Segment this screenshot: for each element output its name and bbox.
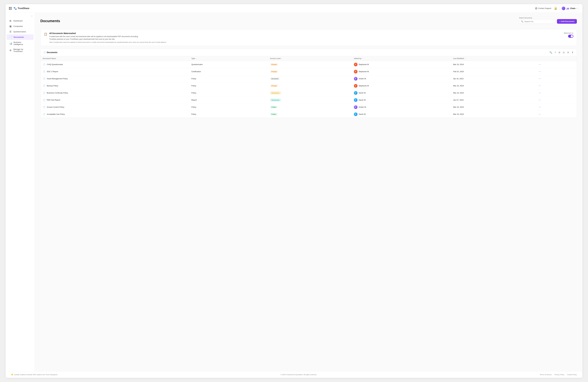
- doc-access-cell: Enterprise: [268, 89, 352, 96]
- watermark-left: 📋 All Documents Watermarked A watermark …: [44, 32, 166, 43]
- row-more-button[interactable]: ···: [538, 63, 542, 66]
- row-more-button[interactable]: ···: [538, 98, 542, 102]
- list-view-icon[interactable]: ≡: [554, 51, 557, 54]
- contact-support-label: Contact Support: [538, 7, 551, 9]
- doc-name: Asset Management Policy: [47, 78, 68, 80]
- chain-label: Chain: [570, 7, 575, 9]
- user-avatar: A: [354, 77, 357, 81]
- doc-added-cell: A Amber M.: [352, 75, 451, 82]
- doc-file-icon: 📄: [43, 77, 45, 80]
- bi-icon: 📊: [9, 42, 12, 45]
- add-document-button[interactable]: + Add Document: [557, 19, 577, 24]
- footer-crafted-text: Joyfully crafted to elevate GRC leaders …: [14, 374, 58, 376]
- doc-name-cell: 📄 SOC 2 Report: [41, 68, 189, 75]
- footer-left: 💛 Joyfully crafted to elevate GRC leader…: [11, 374, 58, 376]
- contact-support-button[interactable]: 🎧 Contact Support: [535, 7, 551, 9]
- table-row: 📄 Access Control Policy Policy Public A …: [41, 104, 577, 111]
- doc-name-cell: 📄 PEN Test Report: [41, 96, 189, 104]
- doc-name: CAIQ Questionnaire: [47, 63, 63, 66]
- sort-type-icon[interactable]: ↕: [196, 58, 197, 59]
- grid-view-icon[interactable]: ⊞: [558, 51, 561, 54]
- search-label: Search Documents: [519, 17, 555, 19]
- doc-file-icon: 📄: [43, 85, 45, 87]
- doc-access-cell: Public: [268, 104, 352, 111]
- sidebar-item-documents[interactable]: 📄 Documents: [7, 34, 34, 40]
- dashboard-icon: ⊞: [9, 20, 12, 22]
- questionnaires-icon: ☰: [9, 30, 12, 33]
- sort-access-icon[interactable]: ↕: [282, 58, 282, 59]
- doc-access-cell: Public: [268, 111, 352, 118]
- header: 🐾 TrustShare 🎧 Contact Support 🔔: [6, 4, 582, 13]
- footer-link-cookie[interactable]: Cookie Policy: [567, 374, 577, 376]
- row-more-button[interactable]: ···: [538, 77, 542, 80]
- access-badge: Private: [270, 70, 278, 73]
- search-panel-icon[interactable]: 🔍: [549, 51, 553, 54]
- sort-name-icon[interactable]: ↕: [57, 58, 58, 59]
- col-header-actions: [536, 56, 577, 61]
- doc-actions-cell: ···: [536, 68, 577, 75]
- watermark-right: Watermark on: [564, 32, 573, 38]
- row-more-button[interactable]: ···: [538, 84, 542, 88]
- doc-name: PEN Test Report: [47, 99, 60, 101]
- col-header-access: Access Level ↕: [268, 56, 352, 61]
- table-row: 📄 Asset Management Policy Policy Archive…: [41, 75, 577, 82]
- watermark-description: A watermark with the user's email and do…: [49, 35, 138, 41]
- doc-actions-cell: ···: [536, 75, 577, 82]
- added-by-name: Amber M.: [358, 78, 366, 80]
- top-actions: Search Documents 🔍 + Add Document: [519, 17, 577, 24]
- sort-added-icon[interactable]: ↕: [362, 58, 363, 59]
- watermark-note: Note: A watermark cannot be applied to l…: [49, 41, 166, 43]
- access-badge: Public: [270, 113, 278, 115]
- filter-icon[interactable]: ⚙: [567, 51, 570, 54]
- doc-modified-cell: Mar 16, 2024: [451, 89, 536, 96]
- sidebar-item-questionnaires[interactable]: ☰ Questionnaires: [7, 29, 34, 34]
- grid-icon[interactable]: [9, 7, 12, 10]
- panel-action-icons: 🔍 ≡ ⊞ ⊟ ⚙ ⬇: [549, 51, 574, 54]
- access-badge: Enterprise: [270, 99, 281, 101]
- user-avatar: S: [354, 98, 357, 102]
- columns-icon[interactable]: ⊟: [562, 51, 565, 54]
- table-header: Document Name ↕ Type ↕ Access Level ↕ Ad…: [41, 56, 577, 61]
- footer-link-privacy[interactable]: Privacy Policy: [554, 374, 565, 376]
- sort-modified-icon[interactable]: ↕: [465, 58, 466, 59]
- doc-file-icon: 📄: [43, 63, 45, 66]
- sidebar-item-bi[interactable]: 📊 Business Intelligence: [7, 40, 34, 47]
- doc-actions-cell: ···: [536, 89, 577, 96]
- doc-modified-cell: Apr 16, 2023: [451, 75, 536, 82]
- doc-actions-cell: ···: [536, 82, 577, 89]
- user-avatar: A: [354, 105, 357, 109]
- search-input[interactable]: [525, 21, 553, 22]
- row-more-button[interactable]: ···: [538, 70, 542, 73]
- search-input-wrapper: 🔍: [519, 19, 555, 24]
- access-badge: Private: [270, 63, 278, 66]
- table-row: 📄 SOC 2 Report Certification Private S S…: [41, 68, 577, 75]
- footer: 💛 Joyfully crafted to elevate GRC leader…: [6, 371, 582, 378]
- access-badge: Enterprise: [270, 91, 281, 94]
- chain-dropdown[interactable]: Chain ▾: [560, 6, 579, 11]
- sidebar-item-dashboard[interactable]: ⊞ Dashboard: [7, 18, 34, 23]
- brand-name: TrustShare: [18, 7, 29, 10]
- doc-name: Access Control Policy: [47, 106, 64, 108]
- doc-modified-cell: Mar 16, 2024: [451, 82, 536, 89]
- doc-file-icon: 📄: [43, 113, 45, 115]
- sidebar-item-companies[interactable]: ▦ Companies: [7, 23, 34, 29]
- doc-name: Acceptable Use Policy: [47, 113, 65, 115]
- sidebar-collapse-button[interactable]: «: [6, 15, 35, 18]
- companies-icon: ▦: [9, 25, 12, 28]
- user-avatar: S: [354, 70, 357, 73]
- sidebar-item-manage[interactable]: ⚙ Manage my TrustShare ›: [7, 47, 34, 54]
- watermark-toggle[interactable]: [568, 35, 573, 38]
- footer-link-terms[interactable]: Terms of Service: [540, 374, 552, 376]
- notification-bell-icon[interactable]: 🔔: [553, 6, 558, 10]
- doc-actions-cell: ···: [536, 96, 577, 104]
- row-more-button[interactable]: ···: [538, 105, 542, 109]
- chevron-right-icon: ›: [30, 49, 31, 51]
- download-icon[interactable]: ⬇: [571, 51, 574, 54]
- doc-access-cell: Archived: [268, 75, 352, 82]
- row-more-button[interactable]: ···: [538, 112, 542, 116]
- doc-name: Business Continuity Policy: [47, 92, 68, 94]
- header-left: 🐾 TrustShare: [9, 7, 29, 10]
- table-row: 📄 Backup Policy Policy Private S Stephan…: [41, 82, 577, 89]
- documents-icon: 📄: [9, 36, 12, 39]
- row-more-button[interactable]: ···: [538, 91, 542, 95]
